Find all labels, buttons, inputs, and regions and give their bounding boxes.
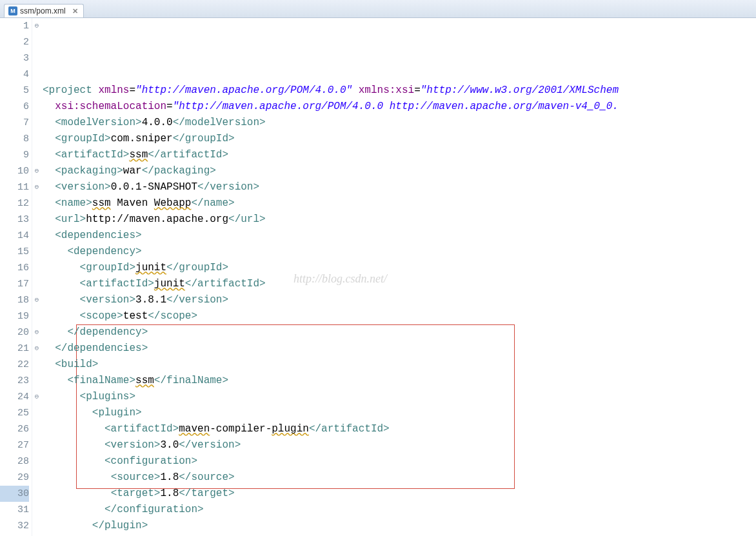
code-token: <artifactId> [55, 149, 129, 161]
line-number: 6 [0, 99, 29, 115]
code-line[interactable]: <groupId>junit</groupId> [43, 260, 756, 276]
fold-spacer [32, 195, 41, 212]
code-line[interactable]: </plugin> [43, 518, 756, 534]
code-line[interactable]: xsi:schemaLocation="http://maven.apache.… [43, 99, 756, 115]
code-line[interactable]: <artifactId>junit</artifactId> [43, 276, 756, 292]
code-token: ssm [92, 197, 111, 209]
fold-spacer [32, 260, 41, 276]
code-token: 0.0.1-SNAPSHOT [111, 181, 197, 193]
code-line[interactable]: <project xmlns="http://maven.apache.org/… [43, 83, 756, 99]
code-token: war [123, 165, 142, 177]
code-token: <artifactId> [80, 278, 154, 290]
line-number: 2 [0, 34, 29, 50]
fold-toggle-icon[interactable]: ⊖ [32, 179, 41, 195]
code-content[interactable]: http://blog.csdn.net/ <project xmlns="ht… [41, 18, 756, 536]
code-token: </version> [179, 439, 241, 451]
code-token: -compiler- [210, 423, 272, 435]
fold-spacer [32, 421, 41, 437]
code-line[interactable]: <configuration> [43, 453, 756, 470]
line-number: 1 [0, 18, 29, 34]
code-token [43, 278, 80, 290]
code-token [43, 391, 80, 402]
fold-spacer [32, 228, 41, 244]
code-line[interactable]: <dependencies> [43, 228, 756, 244]
code-token: <packaging> [55, 165, 123, 177]
close-icon[interactable]: ✕ [72, 7, 78, 15]
line-number: 28 [0, 453, 29, 470]
code-token: <scope> [80, 310, 123, 322]
code-token: </name> [191, 197, 234, 209]
editor-area[interactable]: 1234567891011121314151617181920212223242… [0, 18, 756, 536]
code-token [43, 213, 55, 225]
fold-spacer [32, 276, 41, 292]
line-number: 4 [0, 66, 29, 83]
code-token: </dependency> [67, 326, 148, 338]
code-line[interactable]: <modelVersion>4.0.0</modelVersion> [43, 115, 756, 131]
code-line[interactable]: <version>0.0.1-SNAPSHOT</version> [43, 179, 756, 195]
code-token: <modelVersion> [55, 117, 141, 128]
code-line[interactable]: <dependency> [43, 244, 756, 260]
fold-spacer [32, 437, 41, 453]
code-line[interactable]: <scope>test</scope> [43, 308, 756, 324]
code-line[interactable]: </dependencies> [43, 341, 756, 357]
code-token: com.sniper [111, 133, 173, 144]
code-token: </artifactId> [148, 149, 228, 161]
fold-toggle-icon[interactable]: ⊖ [32, 389, 41, 405]
code-line[interactable]: </dependency> [43, 324, 756, 341]
code-token [43, 262, 80, 273]
code-line[interactable]: <source>1.8</source> [43, 470, 756, 486]
code-token [43, 117, 55, 128]
code-line[interactable]: <finalName>ssm</finalName> [43, 373, 756, 389]
code-token: </packaging> [142, 165, 216, 177]
fold-spacer [32, 34, 41, 50]
line-number: 8 [0, 131, 29, 147]
line-number: 7 [0, 115, 29, 131]
code-line[interactable]: <url>http://maven.apache.org</url> [43, 212, 756, 228]
code-line[interactable]: </configuration> [43, 502, 756, 518]
code-token: <dependencies> [55, 230, 141, 241]
code-token: "http://maven.apache.org/POM/4.0.0 http:… [173, 101, 619, 112]
code-token: <artifactId> [104, 423, 179, 435]
code-token: = [129, 84, 135, 96]
code-token [43, 439, 104, 451]
line-number: 14 [0, 228, 29, 244]
code-token [43, 230, 55, 241]
code-token: ssm [129, 149, 148, 161]
code-line[interactable]: <target>1.8</target> [43, 486, 756, 502]
code-token [352, 84, 359, 96]
code-line[interactable]: <plugins> [43, 389, 756, 405]
code-token: Maven [111, 197, 154, 209]
code-token: "http://www.w3.org/2001/XMLSchem [421, 84, 619, 96]
code-token: 3.0 [160, 439, 179, 451]
code-token: 4.0.0 [142, 117, 173, 128]
code-line[interactable]: <artifactId>ssm</artifactId> [43, 147, 756, 163]
code-token: </artifactId> [185, 278, 266, 290]
code-line[interactable]: <name>ssm Maven Webapp</name> [43, 195, 756, 212]
code-line[interactable]: <version>3.0</version> [43, 437, 756, 453]
code-token [43, 246, 67, 257]
code-token: <version> [104, 439, 160, 451]
editor-tab[interactable]: M ssm/pom.xml ✕ [4, 4, 84, 17]
fold-toggle-icon[interactable]: ⊖ [32, 324, 41, 341]
fold-toggle-icon[interactable]: ⊖ [32, 163, 41, 179]
code-line[interactable]: <packaging>war</packaging> [43, 163, 756, 179]
fold-spacer [32, 115, 41, 131]
code-token [43, 423, 104, 435]
line-number: 5 [0, 83, 29, 99]
code-line[interactable]: <artifactId>maven-compiler-plugin</artif… [43, 421, 756, 437]
code-token: </modelVersion> [173, 117, 266, 128]
code-line[interactable]: <build> [43, 357, 756, 373]
line-number: 27 [0, 437, 29, 453]
code-token: <version> [80, 294, 135, 306]
fold-toggle-icon[interactable]: ⊖ [32, 18, 41, 34]
line-number: 24 [0, 389, 29, 405]
fold-toggle-icon[interactable]: ⊖ [32, 341, 41, 357]
fold-toggle-icon[interactable]: ⊖ [32, 292, 41, 308]
code-line[interactable]: <version>3.8.1</version> [43, 292, 756, 308]
code-token: </groupId> [166, 262, 228, 273]
code-line[interactable]: <plugin> [43, 405, 756, 421]
line-number: 13 [0, 212, 29, 228]
code-token: maven [179, 423, 210, 435]
line-number: 22 [0, 357, 29, 373]
code-line[interactable]: <groupId>com.sniper</groupId> [43, 131, 756, 147]
